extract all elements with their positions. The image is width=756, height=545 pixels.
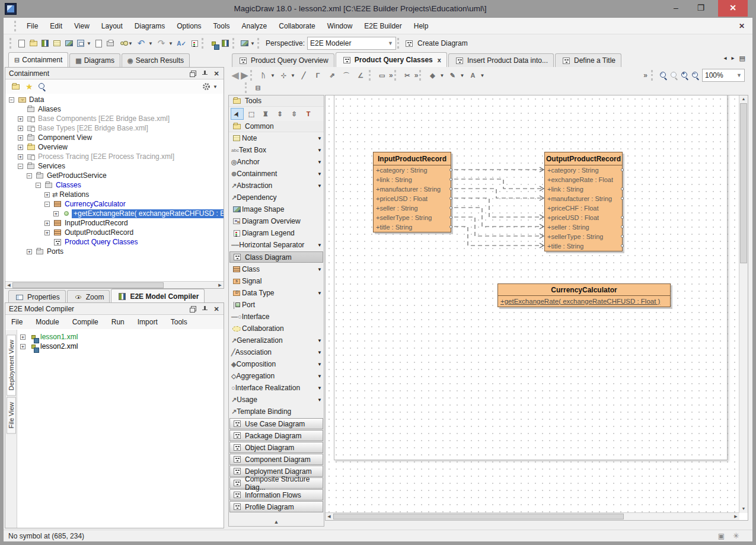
menu-item-collaborate[interactable]: Collaborate <box>273 22 321 30</box>
expand-toggle-icon[interactable]: + <box>20 334 25 340</box>
pin-panel-icon[interactable] <box>201 305 208 313</box>
palette-item-containment[interactable]: ⊕Containment▼ <box>229 168 324 180</box>
menu-item-diagrams[interactable]: Diagrams <box>129 22 171 30</box>
pen-color-icon[interactable]: ✎ <box>446 69 459 82</box>
attribute-port-icon[interactable] <box>621 216 624 219</box>
tree-item[interactable]: +Overview <box>5 142 224 152</box>
toolbar-overflow-icon[interactable]: » <box>643 71 647 79</box>
tree-item[interactable]: +⇄Relations <box>5 190 224 199</box>
palette-item-dropdown-icon[interactable]: ▼ <box>317 160 323 165</box>
expand-toggle-icon[interactable]: − <box>18 164 23 169</box>
create-diagram-icon[interactable] <box>404 39 414 48</box>
toolbar-grip2[interactable] <box>202 38 205 49</box>
attribute-port-icon[interactable] <box>449 178 452 181</box>
containment-hscrollbar[interactable]: ◀ ▶ <box>5 281 224 288</box>
palette-item-note[interactable]: Note▼ <box>229 132 324 144</box>
new-project-icon[interactable] <box>16 39 27 48</box>
palette-bar-composite-structure-diag-[interactable]: Composite Structure Diag... <box>229 477 323 489</box>
expand-toggle-icon[interactable]: + <box>53 211 59 216</box>
scroll-right-icon[interactable]: ▶ <box>732 513 739 520</box>
dtb-grip4[interactable] <box>419 70 422 81</box>
undo-icon[interactable]: ↶ <box>135 37 148 50</box>
palette-item-interface[interactable]: —○Interface <box>229 311 324 323</box>
menu-item-layout[interactable]: Layout <box>95 22 129 30</box>
scroll-thumb[interactable] <box>12 282 164 288</box>
title-bar[interactable]: MagicDraw 18.0 - lesson2.xml [C:\E2E Bui… <box>0 0 756 18</box>
expand-toggle-icon[interactable]: + <box>18 154 23 160</box>
tab-product-query-classes[interactable]: Product Query Classesx <box>336 52 447 67</box>
options-dropdown-icon[interactable]: ▼ <box>213 84 217 90</box>
expand-toggle-icon[interactable]: + <box>44 230 50 235</box>
tree-item[interactable]: +Product Query Classes <box>5 237 224 247</box>
overflow-icon2[interactable]: » <box>414 71 419 79</box>
palette-item-generalization[interactable]: ↗Generalization▼ <box>229 334 324 346</box>
fill-color-dropdown-icon[interactable]: ▼ <box>439 73 444 78</box>
attribute-port-icon[interactable] <box>449 206 452 209</box>
palette-item-diagram-overview[interactable]: Diagram Overview <box>229 215 324 227</box>
attribute-port-icon[interactable] <box>621 197 624 200</box>
back-icon[interactable]: ◀ <box>232 70 239 81</box>
canvas-vscrollbar[interactable]: ▲ ▼ <box>739 95 748 513</box>
tree-item[interactable]: +Base Types [E2E Bridge Base.xml] <box>5 123 224 133</box>
palette-item-dropdown-icon[interactable]: ▼ <box>317 291 323 296</box>
attribute-row[interactable]: +exchangeRate : Float <box>545 175 622 184</box>
palette-bar-use-case-diagram[interactable]: Use Case Diagram <box>229 418 323 429</box>
palette-item-dropdown-icon[interactable]: ▼ <box>317 397 323 403</box>
forward-icon[interactable]: ▶ <box>241 70 248 81</box>
attribute-row[interactable]: +link : String <box>545 184 622 194</box>
palette-item-data-type[interactable]: Data Type▼ <box>229 287 324 299</box>
canvas-hscrollbar[interactable]: ◀ ▶ <box>326 512 739 520</box>
expand-toggle-icon[interactable]: − <box>44 202 50 207</box>
menu-item-options[interactable]: Options <box>171 22 207 30</box>
attribute-port-icon[interactable] <box>621 225 624 228</box>
undo-dropdown-icon[interactable]: ▼ <box>148 41 152 46</box>
attribute-row[interactable]: +seller : String <box>545 222 622 232</box>
palette-item-dependency[interactable]: ↗Dependency <box>229 192 324 203</box>
tab-zoom[interactable]: Zoom <box>67 290 110 304</box>
attribute-row[interactable]: +seller : String <box>374 203 451 213</box>
float-panel-icon[interactable] <box>189 305 196 313</box>
palette-item-diagram-legend[interactable]: Diagram Legend <box>229 227 324 239</box>
close-panel-icon[interactable]: ✕ <box>213 305 220 313</box>
palette-item-dropdown-icon[interactable]: ▼ <box>317 148 323 153</box>
palette-bar-profile-diagram[interactable]: Profile Diagram <box>229 501 323 512</box>
pointer-tool-icon[interactable]: ➤ <box>231 108 244 120</box>
vertical-spread-tool-icon[interactable]: ⇕ <box>273 108 286 120</box>
palette-scroll-up-icon[interactable]: ▲ <box>229 519 324 525</box>
favorites-icon[interactable]: ★ <box>25 82 33 91</box>
dtb-grip5[interactable] <box>245 82 248 93</box>
compiler-tree-item[interactable]: +lesson1.xml <box>20 332 224 342</box>
attribute-row[interactable]: +priceUSD : Float <box>545 213 622 222</box>
compiler-menu-compile[interactable]: Compile <box>72 318 106 326</box>
attribute-port-icon[interactable] <box>449 187 452 190</box>
expand-toggle-icon[interactable]: − <box>27 173 32 179</box>
class-box-outputproductrecord[interactable]: OutputProductRecord+category : String+ex… <box>544 152 623 251</box>
attribute-row[interactable]: +category : String <box>545 165 622 175</box>
tree-item[interactable]: −GetProductService <box>5 171 224 180</box>
line-mixed-icon[interactable]: ∠ <box>354 69 367 82</box>
close-panel-icon[interactable]: ✕ <box>213 70 220 77</box>
tab-list-icon[interactable]: ▤ <box>739 55 745 62</box>
toolbar-grip[interactable] <box>9 38 12 49</box>
expand-toggle-icon[interactable]: + <box>18 116 23 122</box>
menu-item-help[interactable]: Help <box>408 22 435 30</box>
save-icon[interactable] <box>75 39 86 48</box>
tree-item[interactable]: ++getExchangeRate( exchangeRateCHFUSD : … <box>5 209 224 218</box>
attribute-port-icon[interactable] <box>449 216 452 219</box>
tree-item[interactable]: −Classes <box>5 180 224 190</box>
palette-item-collaboration[interactable]: Collaboration <box>229 323 324 334</box>
toolbar-grip5[interactable] <box>397 38 400 49</box>
attribute-row[interactable]: +priceCHF : Float <box>545 203 622 213</box>
spelling-icon[interactable]: A✓ <box>175 37 188 50</box>
palette-bar-package-diagram[interactable]: Package Diagram <box>229 430 323 441</box>
zoom-level-select[interactable]: 100% ▼ <box>702 69 745 82</box>
expand-toggle-icon[interactable]: + <box>44 221 50 226</box>
tab-e2e-model-compiler[interactable]: E2E Model Compiler <box>111 289 205 304</box>
font-color-icon[interactable]: A <box>466 69 479 82</box>
compiler-menu-module[interactable]: Module <box>36 318 66 326</box>
attribute-port-icon[interactable] <box>449 225 452 228</box>
cut-icon[interactable]: ✂ <box>401 69 414 82</box>
vertical-shrink-tool-icon[interactable]: ⇳ <box>288 108 301 120</box>
transform-icon[interactable] <box>239 39 250 48</box>
redo-icon[interactable]: ↷ <box>155 37 168 50</box>
